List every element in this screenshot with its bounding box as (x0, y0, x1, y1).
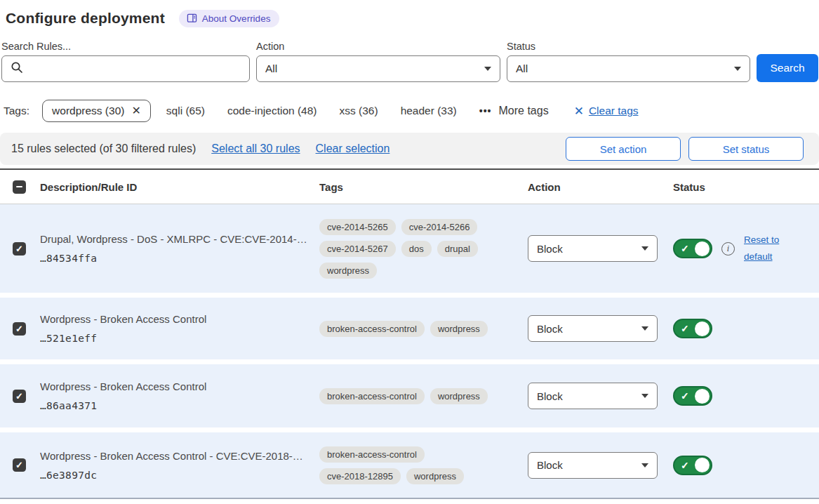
tag-badge: cve-2014-5267 (319, 241, 396, 257)
action-select-value: Block (537, 459, 563, 471)
status-filter-select[interactable]: All (507, 55, 750, 82)
chevron-down-icon (641, 463, 648, 467)
action-filter-label: Action (256, 41, 500, 52)
more-tags-button[interactable]: ••• More tags (479, 105, 549, 117)
status-toggle[interactable]: ✓ (673, 239, 712, 258)
tag-badge: wordpress (430, 321, 488, 337)
tag-badge: cve-2014-5265 (319, 219, 396, 235)
rule-description: Wordpress - Broken Access Control (40, 380, 312, 392)
ellipsis-icon: ••• (479, 105, 492, 117)
about-overrides-label: About Overrides (202, 13, 271, 24)
set-status-button[interactable]: Set status (688, 137, 804, 161)
action-select[interactable]: Block (528, 315, 658, 342)
chevron-down-icon (641, 394, 648, 398)
rule-id: …6e3897dc (40, 470, 312, 481)
filter-bar: Search Rules... Action All Status (0, 41, 819, 82)
status-toggle[interactable]: ✓ (673, 319, 712, 338)
chevron-down-icon (641, 246, 648, 251)
column-header-tags: Tags (319, 181, 528, 193)
tags-label: Tags: (4, 105, 29, 117)
row-checkbox[interactable]: ✓ (13, 458, 26, 472)
search-rules-label: Search Rules... (1, 41, 250, 52)
clear-tags-link[interactable]: ✕ Clear tags (574, 104, 639, 119)
set-action-button[interactable]: Set action (566, 137, 681, 161)
select-all-checkbox[interactable] (13, 180, 26, 194)
tag-option-sqli[interactable]: sqli (65) (166, 105, 205, 117)
rule-tags: broken-access-control wordpress (319, 388, 495, 404)
tag-badge: cve-2014-5266 (401, 219, 478, 235)
action-filter-select[interactable]: All (256, 55, 500, 82)
search-rules-input-wrap (1, 55, 250, 82)
action-select-value: Block (537, 243, 563, 255)
row-checkbox[interactable]: ✓ (13, 242, 26, 256)
search-button[interactable]: Search (757, 54, 818, 82)
check-icon: ✓ (681, 243, 689, 254)
column-header-action: Action (528, 181, 673, 193)
rule-description: Drupal, Wordpress - DoS - XMLRPC - CVE:C… (40, 233, 312, 245)
rule-tags: cve-2014-5265 cve-2014-5266 cve-2014-526… (319, 219, 495, 279)
tag-badge: broken-access-control (319, 446, 425, 463)
action-select[interactable]: Block (528, 235, 658, 262)
tag-badge: wordpress (406, 468, 464, 484)
selected-tag-label: wordpress (30) (52, 105, 124, 117)
rule-id: …84534ffa (40, 253, 312, 264)
remove-tag-icon[interactable]: ✕ (131, 105, 140, 117)
configure-deployment-page: Configure deployment About Overrides Sea… (0, 0, 819, 504)
selection-bar: 15 rules selected (of 30 filtered rules)… (0, 133, 819, 165)
title-bar: Configure deployment About Overrides (0, 7, 819, 29)
info-icon[interactable]: i (721, 242, 735, 256)
tag-badge: drupal (437, 241, 478, 257)
table-row: ✓ Wordpress - Broken Access Control …86a… (0, 364, 819, 427)
check-icon: ✓ (681, 323, 689, 334)
status-toggle[interactable]: ✓ (673, 386, 712, 406)
status-filter-value: All (516, 62, 528, 75)
reset-to-default-link[interactable]: Reset to default (744, 232, 787, 265)
action-select-value: Block (537, 323, 563, 335)
tag-option-xss[interactable]: xss (36) (340, 105, 378, 117)
chevron-down-icon (484, 67, 491, 71)
action-select[interactable]: Block (528, 383, 658, 409)
tag-option-header[interactable]: header (33) (401, 105, 457, 117)
tag-badge: broken-access-control (319, 321, 425, 337)
selection-summary: 15 rules selected (of 30 filtered rules) (11, 142, 196, 155)
tag-badge: wordpress (319, 263, 377, 279)
check-icon: ✓ (681, 460, 689, 471)
rules-table: Description/Rule ID Tags Action Status ✓… (0, 168, 819, 499)
rule-id: …86aa4371 (40, 400, 312, 411)
table-row: ✓ Wordpress - Broken Access Control …521… (0, 298, 819, 359)
action-filter-value: All (265, 62, 277, 75)
search-rules-input[interactable] (29, 63, 241, 75)
rule-tags: broken-access-control cve-2018-12895 wor… (319, 446, 495, 484)
selected-tag-wordpress[interactable]: wordpress (30) ✕ (42, 100, 151, 122)
status-toggle[interactable]: ✓ (673, 456, 712, 475)
row-checkbox[interactable]: ✓ (13, 322, 26, 336)
chevron-down-icon (734, 67, 741, 71)
rule-description: Wordpress - Broken Access Control - CVE:… (40, 450, 312, 462)
select-all-rules-link[interactable]: Select all 30 rules (211, 142, 300, 155)
clear-tags-label: Clear tags (589, 105, 639, 117)
tag-badge: dos (401, 241, 432, 257)
rule-tags: broken-access-control wordpress (319, 321, 495, 337)
table-row: ✓ Drupal, Wordpress - DoS - XMLRPC - CVE… (0, 204, 819, 293)
column-header-description: Description/Rule ID (40, 181, 319, 193)
column-header-status: Status (673, 181, 819, 193)
book-icon (187, 13, 197, 23)
tag-badge: wordpress (430, 388, 488, 404)
rule-description: Wordpress - Broken Access Control (40, 313, 312, 325)
row-checkbox[interactable]: ✓ (13, 390, 26, 403)
status-filter-label: Status (507, 41, 750, 52)
search-icon (11, 61, 23, 77)
rule-id: …521e1eff (40, 333, 312, 344)
table-header-row: Description/Rule ID Tags Action Status (0, 168, 819, 204)
close-icon: ✕ (574, 104, 584, 119)
tag-badge: cve-2018-12895 (319, 468, 401, 484)
clear-selection-link[interactable]: Clear selection (316, 142, 390, 155)
table-bottom-divider (0, 498, 819, 499)
page-title: Configure deployment (6, 10, 165, 27)
about-overrides-badge[interactable]: About Overrides (179, 10, 280, 27)
tag-badge: broken-access-control (319, 388, 425, 404)
action-select[interactable]: Block (528, 452, 658, 479)
check-icon: ✓ (681, 390, 689, 402)
tag-option-code-injection[interactable]: code-injection (48) (227, 105, 317, 117)
action-select-value: Block (537, 390, 563, 402)
